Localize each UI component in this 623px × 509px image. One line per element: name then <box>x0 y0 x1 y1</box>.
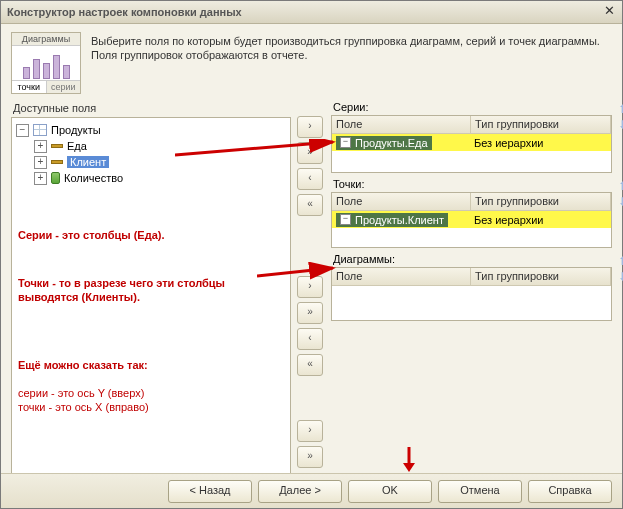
col-field[interactable]: Поле <box>332 116 471 133</box>
points-field: Продукты.Клиент <box>355 214 444 226</box>
tree-item-klient[interactable]: + Клиент <box>16 154 286 170</box>
thumb-body <box>12 46 80 80</box>
main-area: Доступные поля − Продукты + Еда + <box>1 100 622 486</box>
thumb-foot-points: точки <box>12 80 47 93</box>
tree-root-label: Продукты <box>51 124 101 136</box>
tree-root[interactable]: − Продукты <box>16 122 286 138</box>
move-up-icon[interactable]: ⬆ <box>616 102 623 116</box>
move-all-left-button[interactable]: « <box>297 194 323 216</box>
tree-item-label-selected: Клиент <box>67 156 109 168</box>
points-grid[interactable]: Поле Тип группировки −Продукты.Клиент Бе… <box>331 192 612 248</box>
move-right-button-2[interactable]: › <box>297 276 323 298</box>
tree-item-eda[interactable]: + Еда <box>16 138 286 154</box>
series-field: Продукты.Еда <box>355 137 428 149</box>
diagram-thumbnail[interactable]: Диаграммы точки серии <box>11 32 81 94</box>
move-down-icon[interactable]: ⬇ <box>616 270 623 284</box>
close-icon[interactable]: ✕ <box>602 5 616 19</box>
expand-icon[interactable]: + <box>34 172 47 185</box>
description-text: Выберите поля по которым будет производи… <box>91 32 612 62</box>
titlebar: Конструктор настроек компоновки данных ✕ <box>1 1 622 24</box>
collapse-icon[interactable]: − <box>340 137 351 148</box>
move-left-button[interactable]: ‹ <box>297 168 323 190</box>
diagrams-label: Диаграммы: <box>331 252 612 267</box>
move-left-button-2[interactable]: ‹ <box>297 328 323 350</box>
points-row[interactable]: −Продукты.Клиент Без иерархии <box>332 211 611 228</box>
diagrams-grid[interactable]: Поле Тип группировки <box>331 267 612 321</box>
cancel-button[interactable]: Отмена <box>438 480 522 503</box>
series-section: Серии: Поле Тип группировки −Продукты.Ед… <box>331 100 612 173</box>
move-right-button-3[interactable]: › <box>297 420 323 442</box>
points-group-type: Без иерархии <box>470 213 611 227</box>
table-icon <box>33 124 47 136</box>
col-group[interactable]: Тип группировки <box>471 193 611 210</box>
dialog-window: Конструктор настроек компоновки данных ✕… <box>0 0 623 509</box>
thumb-header: Диаграммы <box>12 33 80 46</box>
tree-item-qty[interactable]: + Количество <box>16 170 286 186</box>
transfer-buttons: › » ‹ « › » ‹ « › » <box>297 100 325 478</box>
annotation-extra2: серии - это ось Y (вверх) <box>18 386 144 400</box>
move-right-button[interactable]: › <box>297 116 323 138</box>
series-label: Серии: <box>331 100 612 115</box>
thumb-foot-series: серии <box>47 80 81 93</box>
help-button[interactable]: Справка <box>528 480 612 503</box>
left-column: Доступные поля − Продукты + Еда + <box>11 100 291 478</box>
tree-item-label: Еда <box>67 140 87 152</box>
col-field[interactable]: Поле <box>332 193 471 210</box>
annotation-extra3: точки - это ось X (вправо) <box>18 400 149 414</box>
available-fields-label: Доступные поля <box>11 100 291 117</box>
move-all-right-button[interactable]: » <box>297 142 323 164</box>
series-group-type: Без иерархии <box>470 136 611 150</box>
move-up-icon[interactable]: ⬆ <box>616 254 623 268</box>
next-button[interactable]: Далее > <box>258 480 342 503</box>
move-up-icon[interactable]: ⬆ <box>616 179 623 193</box>
expand-icon[interactable]: + <box>34 140 47 153</box>
col-field[interactable]: Поле <box>332 268 471 285</box>
field-icon <box>51 160 63 164</box>
col-group[interactable]: Тип группировки <box>471 116 611 133</box>
ok-button[interactable]: OK <box>348 480 432 503</box>
expand-icon[interactable]: + <box>34 156 47 169</box>
annotation-extra1: Ещё можно сказать так: <box>18 358 148 372</box>
move-all-left-button-2[interactable]: « <box>297 354 323 376</box>
diagrams-section: Диаграммы: Поле Тип группировки ⬆ ⬇ <box>331 252 612 321</box>
right-column: Серии: Поле Тип группировки −Продукты.Ед… <box>331 100 612 478</box>
series-grid[interactable]: Поле Тип группировки −Продукты.Еда Без и… <box>331 115 612 173</box>
annotation-points: Точки - то в разрезе чего эти столбцы вы… <box>18 276 278 304</box>
tree-item-label: Количество <box>64 172 123 184</box>
fields-tree[interactable]: − Продукты + Еда + Клиент <box>12 118 290 190</box>
measure-icon <box>51 172 60 184</box>
annotation-series: Серии - это столбцы (Еда). <box>18 228 165 242</box>
top-row: Диаграммы точки серии Выберите поля по к… <box>1 24 622 100</box>
move-all-right-button-3[interactable]: » <box>297 446 323 468</box>
collapse-icon[interactable]: − <box>340 214 351 225</box>
col-group[interactable]: Тип группировки <box>471 268 611 285</box>
back-button[interactable]: < Назад <box>168 480 252 503</box>
series-row[interactable]: −Продукты.Еда Без иерархии <box>332 134 611 151</box>
move-down-icon[interactable]: ⬇ <box>616 195 623 209</box>
points-section: Точки: Поле Тип группировки −Продукты.Кл… <box>331 177 612 248</box>
move-all-right-button-2[interactable]: » <box>297 302 323 324</box>
footer-buttons: < Назад Далее > OK Отмена Справка <box>1 473 622 508</box>
move-down-icon[interactable]: ⬇ <box>616 118 623 132</box>
collapse-icon[interactable]: − <box>16 124 29 137</box>
points-label: Точки: <box>331 177 612 192</box>
field-icon <box>51 144 63 148</box>
available-fields-box: − Продукты + Еда + Клиент <box>11 117 291 478</box>
window-title: Конструктор настроек компоновки данных <box>7 6 602 18</box>
